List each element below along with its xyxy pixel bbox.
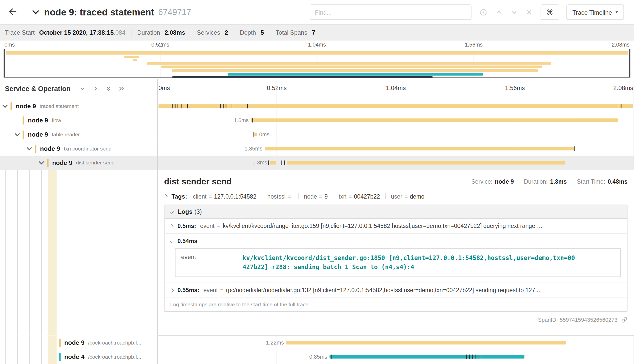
span-row-label-cell[interactable]: node 9 traced statement (0, 99, 158, 113)
span-event-tick (187, 104, 188, 109)
span-row-label-cell[interactable]: node 9 flow (0, 113, 158, 127)
span-row[interactable]: node 9 traced statement (0, 99, 634, 113)
expand-chevron-icon[interactable] (27, 145, 32, 150)
span-event-tick (478, 355, 478, 359)
chevron-right-icon (170, 224, 174, 228)
span-row-label-cell[interactable]: node 9 /cockroach.roachpb.I... (0, 336, 158, 350)
service-label: Service: (471, 178, 493, 185)
divider (234, 29, 234, 36)
tags-section[interactable]: Tags: client = 127.0.0.1:54582 hostssl =… (164, 193, 628, 200)
service-name: node 9 (52, 159, 72, 166)
minimap-span (133, 59, 137, 61)
span-bar[interactable] (330, 355, 524, 358)
expand-chevron-icon[interactable] (39, 159, 44, 164)
span-bar-lane[interactable]: 1.3ms (158, 156, 634, 170)
find-controls (479, 8, 532, 16)
span-detail-title: dist sender send (164, 177, 232, 186)
logs-header[interactable]: Logs (3) (164, 205, 627, 219)
span-tag: hostssl = (256, 193, 293, 200)
trace-timeline-dropdown[interactable]: Trace Timeline ▾ (566, 5, 624, 20)
span-bar-lane[interactable]: 1.22ms (158, 336, 634, 350)
minimap-scrubber-left[interactable] (4, 49, 5, 77)
log-field-value-cell: kv/kvclient/kvcoord/dist_sender.go:1850 … (236, 249, 620, 276)
minimap-scrubber-right[interactable] (629, 49, 630, 77)
span-row[interactable]: node 9 flow 1.6ms (0, 113, 634, 127)
span-event-tick (220, 104, 221, 109)
span-bar[interactable] (159, 104, 633, 108)
double-chevron-down-icon[interactable] (105, 86, 111, 92)
span-bar-lane[interactable]: 1.6ms (158, 113, 634, 127)
prev-result-icon[interactable] (495, 8, 502, 16)
span-row-label-cell[interactable]: node 9 table reader (0, 127, 158, 141)
span-bar[interactable] (251, 118, 618, 122)
span-event-tick (223, 104, 223, 109)
tag-equals: = (404, 193, 408, 200)
span-bar-lane[interactable]: 0.85ms (158, 350, 634, 364)
span-rows-bottom: node 9 /cockroach.roachpb.I... 1.22ms no… (0, 336, 634, 364)
timeline-ruler: 0ms0.52ms1.04ms1.56ms2.08ms (158, 79, 634, 99)
depth-item: Depth 5 (240, 29, 264, 36)
operation-name: flow (52, 117, 61, 123)
minimap-span (172, 76, 433, 78)
span-row[interactable]: node 9 table reader 0ms (0, 127, 634, 141)
span-event-tick (253, 132, 253, 137)
back-button[interactable] (0, 0, 25, 24)
logs-footnote: Log timestamps are relative to the start… (164, 297, 627, 311)
log-entry[interactable]: 0.5ms: event = kv/kvclient/kvcoord/range… (164, 219, 627, 234)
span-bar-lane[interactable] (158, 99, 634, 113)
span-row-label-cell[interactable]: node 4 /cockroach.roachpb.I... (0, 350, 158, 364)
timeline-header: Service & Operation 0ms0.52ms1.04ms1.56m… (0, 79, 634, 99)
service-name: node 9 (28, 131, 48, 138)
operation-name: /cockroach.roachpb.I... (88, 339, 141, 346)
chevron-down-icon[interactable] (79, 86, 86, 92)
span-row[interactable]: node 9 dist sender send 1.3ms (0, 156, 634, 170)
match-highlight-icon[interactable] (479, 8, 487, 16)
log-fields-table: event kv/kvclient/kvcoord/dist_sender.go… (175, 248, 621, 277)
log-field-value: kv/kvclient/kvcoord/range_iter.go:159 [n… (223, 223, 621, 229)
log-field-value: kv/kvclient/kvcoord/dist_sender.go:1850 … (243, 253, 576, 272)
time-tick-label: 0ms (158, 84, 170, 91)
span-event-tick (247, 104, 248, 109)
chevron-right-icon[interactable] (92, 86, 98, 92)
span-row-label-cell[interactable]: node 9 dist sender send (0, 156, 158, 170)
log-entry-header[interactable]: 0.54ms (170, 238, 622, 244)
span-id-label: SpanID: (538, 317, 558, 323)
duration-item: Duration 2.08ms (137, 29, 185, 36)
span-row[interactable]: node 4 /cockroach.roachpb.I... 0.85ms (0, 350, 634, 364)
log-field-key: event (200, 223, 215, 229)
collapse-trace-chevron-icon[interactable] (32, 8, 39, 14)
double-chevron-right-icon[interactable] (118, 86, 124, 92)
link-icon[interactable] (621, 316, 628, 323)
expand-chevron-icon[interactable] (15, 131, 20, 136)
span-bar[interactable] (270, 161, 276, 164)
span-bar[interactable] (254, 133, 257, 136)
keyboard-shortcuts-button[interactable]: ⌘ (540, 5, 559, 20)
duration-label: 1.6ms (234, 113, 249, 127)
find-input[interactable] (310, 5, 471, 20)
span-bar[interactable] (287, 161, 565, 164)
time-tick-label: 1.04ms (386, 84, 406, 91)
span-row-label-cell[interactable]: node 9 txn coordinator send (0, 141, 158, 156)
service-color-indicator (35, 144, 36, 153)
next-result-icon[interactable] (510, 8, 518, 16)
log-entry[interactable]: 0.54ms event kv/kvclient/kvcoord/dist_se… (164, 234, 627, 283)
logs-title: Logs (178, 208, 192, 215)
span-row[interactable]: node 9 /cockroach.roachpb.I... 1.22ms (0, 336, 634, 350)
span-rows-top: node 9 traced statement node 9 flow 1.6m… (0, 99, 634, 170)
time-tick-label: 0.52ms (151, 42, 169, 48)
span-bar[interactable] (265, 147, 574, 150)
service-color-indicator (23, 116, 24, 124)
clear-search-icon[interactable] (525, 9, 532, 15)
log-entry[interactable]: 0.55ms: event = rpc/nodedialer/nodediale… (164, 283, 627, 298)
span-bar-lane[interactable]: 1.35ms (158, 141, 634, 156)
expand-chevron-icon[interactable] (3, 103, 8, 108)
span-row[interactable]: node 9 txn coordinator send 1.35ms (0, 141, 634, 156)
tag-value: 9 (324, 193, 328, 200)
chevron-right-icon (170, 288, 174, 292)
chevron-right-icon (164, 194, 168, 198)
span-event-tick (481, 355, 481, 359)
duration-label: 1.35ms (245, 141, 263, 156)
span-bar[interactable] (286, 341, 566, 344)
minimap-canvas[interactable] (4, 49, 630, 77)
span-bar-lane[interactable]: 0ms (158, 127, 634, 141)
